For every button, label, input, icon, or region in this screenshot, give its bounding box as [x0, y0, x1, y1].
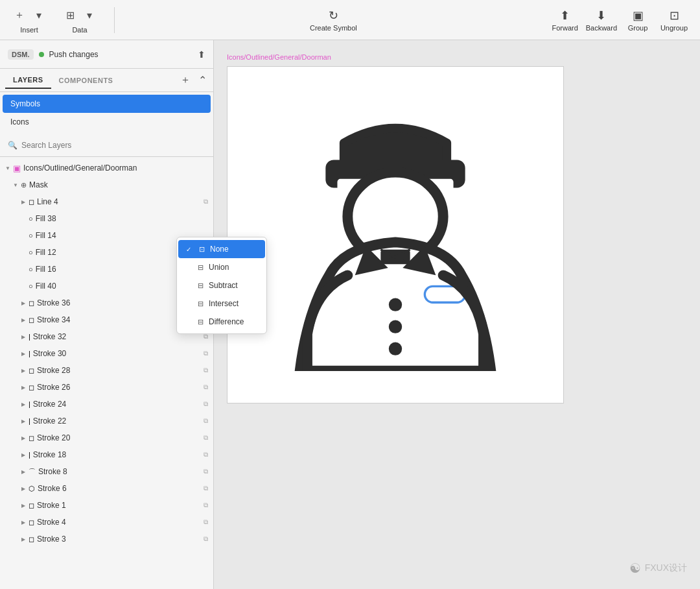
search-bar: 🔍 — [0, 134, 213, 157]
none-op-icon: ⊡ — [199, 245, 205, 254]
fill40-icon: ○ — [29, 282, 33, 290]
stroke18-text: Stroke 18 — [33, 450, 204, 459]
tree-item-stroke18[interactable]: ▶ | Stroke 18 ⧉ — [0, 446, 213, 463]
stroke6-text: Stroke 6 — [38, 484, 204, 493]
insert-group[interactable]: ＋ ▾ Insert — [10, 6, 48, 34]
forward-icon: ⬆ — [560, 8, 570, 23]
union-label: Union — [209, 263, 229, 272]
union-icon: ⊟ — [198, 263, 204, 272]
stroke20-text: Stroke 20 — [37, 433, 204, 442]
subtract-label: Subtract — [209, 281, 238, 290]
dropdown-item-subtract[interactable]: ⊟ Subtract — [177, 276, 266, 294]
backward-label: Backward — [586, 24, 617, 32]
dsm-badge: DSM. — [8, 49, 34, 60]
stroke8-text: Stroke 8 — [38, 467, 204, 476]
data-group[interactable]: ⊞ ▾ Data — [61, 6, 99, 34]
stroke8-icon: ⌒ — [29, 467, 36, 477]
tree-item-stroke3[interactable]: ▶ ◻ Stroke 3 ⧉ — [0, 531, 213, 547]
tab-components[interactable]: COMPONENTS — [51, 73, 121, 88]
dropdown-item-difference[interactable]: ⊟ Difference — [177, 313, 266, 331]
tree-item-stroke4[interactable]: ▶ ◻ Stroke 4 ⧉ — [0, 514, 213, 531]
tree-item-stroke8[interactable]: ▶ ⌒ Stroke 8 ⧉ — [0, 463, 213, 480]
tab-layers[interactable]: LAYERS — [5, 72, 51, 89]
watermark-logo: ☯ — [629, 560, 641, 576]
line4-icon: ◻ — [29, 198, 34, 206]
forward-group[interactable]: ⬆ Forward — [550, 8, 581, 32]
watermark-text: FXUX设计 — [645, 562, 687, 574]
stroke34-icon: ◻ — [29, 316, 34, 324]
tree-item-stroke22[interactable]: ▶ | Stroke 22 ⧉ — [0, 413, 213, 429]
tree-item-stroke24[interactable]: ▶ | Stroke 24 ⧉ — [0, 396, 213, 413]
tree-item-stroke28[interactable]: ▶ ◻ Stroke 28 ⧉ — [0, 362, 213, 379]
push-changes-indicator — [39, 52, 44, 57]
toolbar-center: ↻ Create Symbol — [130, 8, 537, 32]
layer-item-symbols[interactable]: Symbols — [3, 95, 211, 113]
backward-group[interactable]: ⬇ Backward — [586, 8, 617, 32]
tree-item-stroke26[interactable]: ▶ ◻ Stroke 26 ⧉ — [0, 379, 213, 396]
stroke30-icon: | — [29, 350, 30, 357]
line4-text: Line 4 — [37, 197, 204, 206]
data-icon: ⊞ — [61, 6, 79, 25]
layer-item-icons[interactable]: Icons — [3, 113, 211, 131]
mask-chevron: ▼ — [10, 182, 21, 188]
root-chevron: ▼ — [3, 165, 13, 171]
stroke28-text: Stroke 28 — [37, 366, 204, 375]
layer-items: Symbols Icons — [0, 92, 213, 134]
fill38-text: Fill 38 — [36, 214, 208, 223]
dropdown-item-none[interactable]: ✓ ⊡ None — [178, 240, 265, 258]
fill16-icon: ○ — [29, 265, 33, 273]
stroke26-icon: ◻ — [29, 383, 34, 392]
stroke36-icon: ◻ — [29, 299, 34, 307]
search-input[interactable] — [21, 141, 205, 150]
tree-item-root[interactable]: ▼ ▣ Icons/Outlined/General/Doorman — [0, 160, 213, 176]
insert-icon: ＋ — [10, 6, 29, 25]
tree-item-stroke1[interactable]: ▶ ◻ Stroke 1 ⧉ — [0, 497, 213, 514]
stroke22-text: Stroke 22 — [33, 416, 204, 426]
dropdown-item-union[interactable]: ⊟ Union — [177, 258, 266, 276]
ungroup-label: Ungroup — [660, 24, 688, 32]
tree-item-fill38[interactable]: ○ Fill 38 — [0, 210, 213, 227]
tree-item-stroke20[interactable]: ▶ ◻ Stroke 20 ⧉ — [0, 429, 213, 446]
stroke30-text: Stroke 30 — [33, 349, 204, 358]
create-symbol-label: Create Symbol — [310, 24, 357, 32]
data-dropdown-icon: ▾ — [80, 6, 99, 25]
group-label: Group — [628, 24, 648, 32]
stroke26-text: Stroke 26 — [37, 383, 204, 392]
insert-label: Insert — [20, 26, 38, 34]
stroke32-icon: | — [29, 333, 30, 341]
tree-item-stroke6[interactable]: ▶ ⬡ Stroke 6 ⧉ — [0, 480, 213, 497]
ungroup-group[interactable]: ⊡ Ungroup — [659, 8, 690, 32]
forward-label: Forward — [552, 24, 578, 32]
svg-point-5 — [389, 320, 402, 333]
toolbar: ＋ ▾ Insert ⊞ ▾ Data ↻ Create Symbol ⬆ Fo… — [0, 0, 700, 40]
push-changes-text: Push changes — [49, 50, 193, 59]
create-symbol-group[interactable]: ↻ Create Symbol — [310, 8, 357, 32]
tree-item-stroke30[interactable]: ▶ | Stroke 30 ⧉ — [0, 345, 213, 362]
stroke4-icon: ◻ — [29, 518, 34, 527]
canvas-area: Icons/Outlined/General/Doorman — [214, 40, 700, 589]
add-layer-button[interactable]: ＋ — [179, 72, 192, 88]
root-text: Icons/Outlined/General/Doorman — [23, 163, 208, 173]
fill12-icon: ○ — [29, 248, 33, 256]
dropdown-item-intersect[interactable]: ⊟ Intersect — [177, 294, 266, 313]
insert-dropdown-icon: ▾ — [30, 6, 48, 25]
stroke20-icon: ◻ — [29, 434, 34, 442]
difference-icon: ⊟ — [198, 318, 204, 326]
icons-label: Icons — [10, 117, 29, 126]
subtract-icon: ⊟ — [198, 282, 204, 290]
doorman-illustration — [285, 99, 506, 371]
canvas-frame — [227, 66, 564, 403]
intersect-label: Intersect — [209, 299, 239, 308]
tree-item-line4[interactable]: ▶ ◻ Line 4 ⧉ — [0, 193, 213, 210]
collapse-layer-button[interactable]: ⌃ — [197, 73, 208, 88]
svg-point-6 — [389, 342, 402, 355]
tree-item-mask[interactable]: ▼ ⊕ Mask — [0, 176, 213, 193]
tabs-bar: LAYERS COMPONENTS ＋ ⌃ — [0, 69, 213, 92]
toolbar-right: ⬆ Forward ⬇ Backward ▣ Group ⊡ Ungroup — [550, 8, 690, 32]
search-icon: 🔍 — [8, 141, 18, 150]
stroke1-text: Stroke 1 — [37, 501, 204, 510]
ungroup-icon: ⊡ — [670, 8, 679, 23]
upload-icon[interactable]: ⬆ — [198, 49, 205, 60]
group-group[interactable]: ▣ Group — [622, 8, 653, 32]
line4-copy-icon: ⧉ — [204, 198, 208, 206]
